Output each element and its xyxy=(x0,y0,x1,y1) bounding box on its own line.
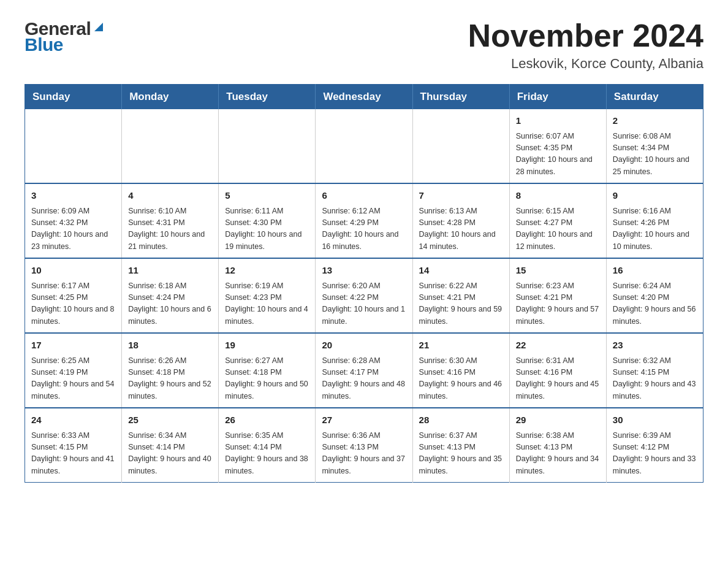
day-number: 5 xyxy=(225,189,309,203)
day-info: Sunrise: 6:26 AMSunset: 4:18 PMDaylight:… xyxy=(128,355,212,403)
day-number: 17 xyxy=(31,339,115,353)
logo-blue-text: Blue xyxy=(25,34,63,55)
day-info: Sunrise: 6:32 AMSunset: 4:15 PMDaylight:… xyxy=(613,355,697,403)
day-number: 1 xyxy=(516,114,600,128)
calendar-cell: 23Sunrise: 6:32 AMSunset: 4:15 PMDayligh… xyxy=(606,333,703,408)
calendar-table: SundayMondayTuesdayWednesdayThursdayFrid… xyxy=(25,84,703,483)
calendar-cell: 14Sunrise: 6:22 AMSunset: 4:21 PMDayligh… xyxy=(412,258,509,333)
calendar-cell xyxy=(316,109,412,183)
day-number: 15 xyxy=(516,264,600,278)
day-number: 21 xyxy=(419,339,503,353)
day-info: Sunrise: 6:27 AMSunset: 4:18 PMDaylight:… xyxy=(225,355,309,403)
day-info: Sunrise: 6:34 AMSunset: 4:14 PMDaylight:… xyxy=(128,430,212,478)
calendar-cell: 19Sunrise: 6:27 AMSunset: 4:18 PMDayligh… xyxy=(219,333,316,408)
day-info: Sunrise: 6:12 AMSunset: 4:29 PMDaylight:… xyxy=(322,205,406,253)
weekday-header-tuesday: Tuesday xyxy=(219,85,316,110)
location-label: Leskovik, Korce County, Albania xyxy=(468,56,703,72)
calendar-cell: 21Sunrise: 6:30 AMSunset: 4:16 PMDayligh… xyxy=(412,333,509,408)
day-number: 14 xyxy=(419,264,503,278)
day-number: 3 xyxy=(31,189,115,203)
day-info: Sunrise: 6:39 AMSunset: 4:12 PMDaylight:… xyxy=(613,430,697,478)
day-number: 25 xyxy=(128,413,212,427)
day-info: Sunrise: 6:25 AMSunset: 4:19 PMDaylight:… xyxy=(31,355,115,403)
weekday-header-row: SundayMondayTuesdayWednesdayThursdayFrid… xyxy=(25,85,703,110)
calendar-cell: 24Sunrise: 6:33 AMSunset: 4:15 PMDayligh… xyxy=(25,408,122,483)
day-info: Sunrise: 6:07 AMSunset: 4:35 PMDaylight:… xyxy=(516,131,600,178)
calendar-cell: 16Sunrise: 6:24 AMSunset: 4:20 PMDayligh… xyxy=(606,258,703,333)
day-info: Sunrise: 6:36 AMSunset: 4:13 PMDaylight:… xyxy=(322,430,406,478)
day-number: 26 xyxy=(225,413,309,427)
day-number: 13 xyxy=(322,264,406,278)
calendar-cell: 6Sunrise: 6:12 AMSunset: 4:29 PMDaylight… xyxy=(316,183,412,258)
day-number: 6 xyxy=(322,189,406,203)
day-number: 28 xyxy=(419,413,503,427)
calendar-cell: 29Sunrise: 6:38 AMSunset: 4:13 PMDayligh… xyxy=(509,408,606,483)
day-info: Sunrise: 6:31 AMSunset: 4:16 PMDaylight:… xyxy=(516,355,600,403)
logo-triangle-icon xyxy=(92,20,105,36)
calendar-cell: 1Sunrise: 6:07 AMSunset: 4:35 PMDaylight… xyxy=(509,109,606,183)
day-number: 11 xyxy=(128,264,212,278)
calendar-cell: 15Sunrise: 6:23 AMSunset: 4:21 PMDayligh… xyxy=(509,258,606,333)
calendar-week-row: 24Sunrise: 6:33 AMSunset: 4:15 PMDayligh… xyxy=(25,408,703,483)
calendar-cell: 8Sunrise: 6:15 AMSunset: 4:27 PMDaylight… xyxy=(509,183,606,258)
svg-marker-0 xyxy=(94,23,103,31)
day-number: 8 xyxy=(516,189,600,203)
calendar-cell: 4Sunrise: 6:10 AMSunset: 4:31 PMDaylight… xyxy=(122,183,219,258)
day-number: 19 xyxy=(225,339,309,353)
day-info: Sunrise: 6:33 AMSunset: 4:15 PMDaylight:… xyxy=(31,430,115,478)
calendar-week-row: 1Sunrise: 6:07 AMSunset: 4:35 PMDaylight… xyxy=(25,109,703,183)
day-number: 18 xyxy=(128,339,212,353)
calendar-cell: 25Sunrise: 6:34 AMSunset: 4:14 PMDayligh… xyxy=(122,408,219,483)
calendar-cell: 18Sunrise: 6:26 AMSunset: 4:18 PMDayligh… xyxy=(122,333,219,408)
day-number: 23 xyxy=(613,339,697,353)
calendar-cell: 11Sunrise: 6:18 AMSunset: 4:24 PMDayligh… xyxy=(122,258,219,333)
logo: General Blue xyxy=(25,18,105,55)
day-info: Sunrise: 6:17 AMSunset: 4:25 PMDaylight:… xyxy=(31,280,115,328)
weekday-header-saturday: Saturday xyxy=(606,85,703,110)
day-info: Sunrise: 6:13 AMSunset: 4:28 PMDaylight:… xyxy=(419,205,503,253)
day-number: 30 xyxy=(613,413,697,427)
calendar-cell xyxy=(219,109,316,183)
weekday-header-monday: Monday xyxy=(122,85,219,110)
day-info: Sunrise: 6:11 AMSunset: 4:30 PMDaylight:… xyxy=(225,205,309,253)
day-info: Sunrise: 6:35 AMSunset: 4:14 PMDaylight:… xyxy=(225,430,309,478)
calendar-week-row: 17Sunrise: 6:25 AMSunset: 4:19 PMDayligh… xyxy=(25,333,703,408)
day-number: 16 xyxy=(613,264,697,278)
day-info: Sunrise: 6:08 AMSunset: 4:34 PMDaylight:… xyxy=(613,131,697,178)
calendar-cell: 10Sunrise: 6:17 AMSunset: 4:25 PMDayligh… xyxy=(25,258,122,333)
calendar-cell: 9Sunrise: 6:16 AMSunset: 4:26 PMDaylight… xyxy=(606,183,703,258)
calendar-cell: 26Sunrise: 6:35 AMSunset: 4:14 PMDayligh… xyxy=(219,408,316,483)
day-number: 9 xyxy=(613,189,697,203)
day-number: 10 xyxy=(31,264,115,278)
day-number: 20 xyxy=(322,339,406,353)
calendar-cell: 22Sunrise: 6:31 AMSunset: 4:16 PMDayligh… xyxy=(509,333,606,408)
calendar-cell: 17Sunrise: 6:25 AMSunset: 4:19 PMDayligh… xyxy=(25,333,122,408)
day-info: Sunrise: 6:37 AMSunset: 4:13 PMDaylight:… xyxy=(419,430,503,478)
calendar-cell: 27Sunrise: 6:36 AMSunset: 4:13 PMDayligh… xyxy=(316,408,412,483)
day-info: Sunrise: 6:30 AMSunset: 4:16 PMDaylight:… xyxy=(419,355,503,403)
weekday-header-sunday: Sunday xyxy=(25,85,122,110)
day-info: Sunrise: 6:10 AMSunset: 4:31 PMDaylight:… xyxy=(128,205,212,253)
day-info: Sunrise: 6:15 AMSunset: 4:27 PMDaylight:… xyxy=(516,205,600,253)
calendar-cell xyxy=(25,109,122,183)
day-number: 2 xyxy=(613,114,697,128)
calendar-cell: 20Sunrise: 6:28 AMSunset: 4:17 PMDayligh… xyxy=(316,333,412,408)
day-number: 7 xyxy=(419,189,503,203)
day-info: Sunrise: 6:38 AMSunset: 4:13 PMDaylight:… xyxy=(516,430,600,478)
weekday-header-wednesday: Wednesday xyxy=(316,85,412,110)
calendar-cell xyxy=(122,109,219,183)
calendar-cell: 7Sunrise: 6:13 AMSunset: 4:28 PMDaylight… xyxy=(412,183,509,258)
calendar-cell: 2Sunrise: 6:08 AMSunset: 4:34 PMDaylight… xyxy=(606,109,703,183)
day-info: Sunrise: 6:28 AMSunset: 4:17 PMDaylight:… xyxy=(322,355,406,403)
title-area: November 2024 Leskovik, Korce County, Al… xyxy=(468,18,703,72)
calendar-cell xyxy=(412,109,509,183)
calendar-cell: 5Sunrise: 6:11 AMSunset: 4:30 PMDaylight… xyxy=(219,183,316,258)
day-number: 24 xyxy=(31,413,115,427)
calendar-cell: 28Sunrise: 6:37 AMSunset: 4:13 PMDayligh… xyxy=(412,408,509,483)
weekday-header-friday: Friday xyxy=(509,85,606,110)
calendar-cell: 3Sunrise: 6:09 AMSunset: 4:32 PMDaylight… xyxy=(25,183,122,258)
day-number: 12 xyxy=(225,264,309,278)
day-info: Sunrise: 6:18 AMSunset: 4:24 PMDaylight:… xyxy=(128,280,212,328)
day-info: Sunrise: 6:24 AMSunset: 4:20 PMDaylight:… xyxy=(613,280,697,328)
calendar-cell: 12Sunrise: 6:19 AMSunset: 4:23 PMDayligh… xyxy=(219,258,316,333)
